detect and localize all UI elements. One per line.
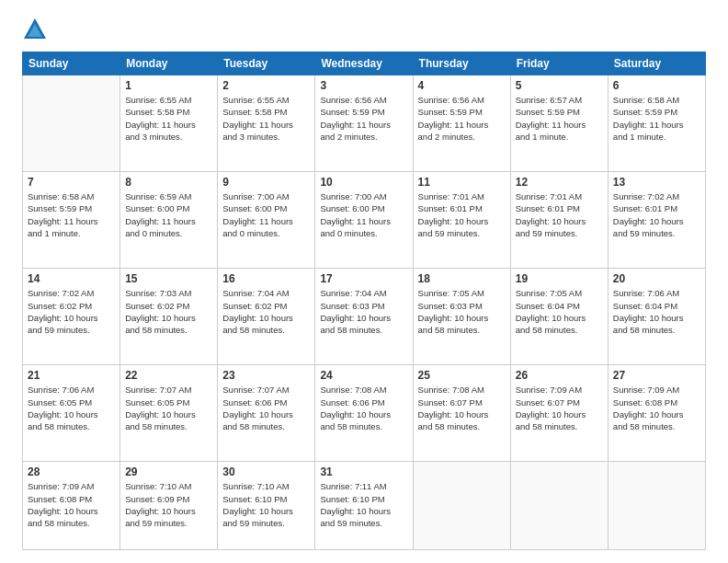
day-info: Sunrise: 7:00 AM Sunset: 6:00 PM Dayligh… (222, 190, 310, 239)
calendar-cell (23, 75, 120, 172)
calendar-cell: 7Sunrise: 6:58 AM Sunset: 5:59 PM Daylig… (23, 172, 120, 269)
day-info: Sunrise: 6:58 AM Sunset: 5:59 PM Dayligh… (613, 94, 700, 143)
day-number: 27 (613, 369, 700, 382)
day-info: Sunrise: 7:06 AM Sunset: 6:05 PM Dayligh… (28, 384, 115, 432)
calendar-cell: 16Sunrise: 7:04 AM Sunset: 6:02 PM Dayli… (218, 269, 315, 365)
day-number: 17 (320, 272, 407, 285)
calendar-cell: 8Sunrise: 6:59 AM Sunset: 6:00 PM Daylig… (120, 172, 218, 269)
day-info: Sunrise: 7:08 AM Sunset: 6:07 PM Dayligh… (418, 384, 506, 432)
day-info: Sunrise: 7:04 AM Sunset: 6:02 PM Dayligh… (222, 287, 310, 336)
day-number: 5 (516, 79, 603, 92)
calendar-cell: 31Sunrise: 7:11 AM Sunset: 6:10 PM Dayli… (315, 462, 413, 550)
day-number: 9 (222, 176, 310, 189)
day-number: 26 (516, 369, 603, 382)
calendar-cell: 27Sunrise: 7:09 AM Sunset: 6:08 PM Dayli… (608, 365, 705, 462)
calendar-cell: 28Sunrise: 7:09 AM Sunset: 6:08 PM Dayli… (23, 462, 120, 550)
calendar-cell: 20Sunrise: 7:06 AM Sunset: 6:04 PM Dayli… (608, 269, 705, 365)
calendar-cell: 22Sunrise: 7:07 AM Sunset: 6:05 PM Dayli… (120, 365, 218, 462)
col-header-sunday: Sunday (23, 52, 120, 75)
day-number: 16 (222, 272, 310, 285)
logo (22, 17, 51, 42)
col-header-monday: Monday (120, 52, 218, 75)
day-number: 4 (418, 79, 506, 92)
day-info: Sunrise: 6:59 AM Sunset: 6:00 PM Dayligh… (125, 190, 212, 239)
day-info: Sunrise: 7:07 AM Sunset: 6:05 PM Dayligh… (125, 384, 212, 432)
calendar-cell: 1Sunrise: 6:55 AM Sunset: 5:58 PM Daylig… (120, 75, 218, 172)
day-info: Sunrise: 7:06 AM Sunset: 6:04 PM Dayligh… (613, 287, 700, 336)
day-number: 19 (516, 272, 603, 285)
day-number: 14 (28, 272, 115, 285)
calendar-cell: 14Sunrise: 7:02 AM Sunset: 6:02 PM Dayli… (23, 269, 120, 365)
page: SundayMondayTuesdayWednesdayThursdayFrid… (0, 0, 728, 563)
calendar-cell: 25Sunrise: 7:08 AM Sunset: 6:07 PM Dayli… (413, 365, 510, 462)
day-info: Sunrise: 6:57 AM Sunset: 5:59 PM Dayligh… (516, 94, 603, 143)
calendar-cell: 15Sunrise: 7:03 AM Sunset: 6:02 PM Dayli… (120, 269, 218, 365)
day-info: Sunrise: 7:09 AM Sunset: 6:07 PM Dayligh… (516, 384, 603, 432)
logo-icon (22, 17, 48, 42)
calendar-cell: 11Sunrise: 7:01 AM Sunset: 6:01 PM Dayli… (413, 172, 510, 269)
calendar-header-row: SundayMondayTuesdayWednesdayThursdayFrid… (23, 52, 706, 75)
calendar-cell: 3Sunrise: 6:56 AM Sunset: 5:59 PM Daylig… (315, 75, 413, 172)
day-number: 15 (125, 272, 212, 285)
calendar-cell: 23Sunrise: 7:07 AM Sunset: 6:06 PM Dayli… (218, 365, 315, 462)
day-number: 22 (125, 369, 212, 382)
day-number: 10 (320, 176, 407, 189)
calendar-cell: 26Sunrise: 7:09 AM Sunset: 6:07 PM Dayli… (510, 365, 608, 462)
calendar-cell: 12Sunrise: 7:01 AM Sunset: 6:01 PM Dayli… (510, 172, 608, 269)
day-number: 18 (418, 272, 506, 285)
calendar-cell: 29Sunrise: 7:10 AM Sunset: 6:09 PM Dayli… (120, 462, 218, 550)
day-number: 24 (320, 369, 407, 382)
day-info: Sunrise: 6:56 AM Sunset: 5:59 PM Dayligh… (320, 94, 407, 143)
calendar-table: SundayMondayTuesdayWednesdayThursdayFrid… (22, 52, 706, 550)
day-info: Sunrise: 7:05 AM Sunset: 6:03 PM Dayligh… (418, 287, 506, 336)
day-info: Sunrise: 7:02 AM Sunset: 6:02 PM Dayligh… (28, 287, 115, 336)
header (22, 17, 706, 42)
calendar-cell: 13Sunrise: 7:02 AM Sunset: 6:01 PM Dayli… (608, 172, 705, 269)
day-number: 25 (418, 369, 506, 382)
calendar-cell: 6Sunrise: 6:58 AM Sunset: 5:59 PM Daylig… (608, 75, 705, 172)
day-info: Sunrise: 7:03 AM Sunset: 6:02 PM Dayligh… (125, 287, 212, 336)
col-header-friday: Friday (510, 52, 608, 75)
day-info: Sunrise: 7:08 AM Sunset: 6:06 PM Dayligh… (320, 384, 407, 432)
calendar-cell: 4Sunrise: 6:56 AM Sunset: 5:59 PM Daylig… (413, 75, 510, 172)
day-number: 2 (222, 79, 310, 92)
day-number: 30 (222, 465, 310, 478)
day-info: Sunrise: 6:56 AM Sunset: 5:59 PM Dayligh… (418, 94, 506, 143)
calendar-cell: 2Sunrise: 6:55 AM Sunset: 5:58 PM Daylig… (218, 75, 315, 172)
day-number: 31 (320, 465, 407, 478)
calendar-cell: 9Sunrise: 7:00 AM Sunset: 6:00 PM Daylig… (218, 172, 315, 269)
calendar-row-4: 21Sunrise: 7:06 AM Sunset: 6:05 PM Dayli… (23, 365, 706, 462)
col-header-thursday: Thursday (413, 52, 510, 75)
calendar-cell: 10Sunrise: 7:00 AM Sunset: 6:00 PM Dayli… (315, 172, 413, 269)
col-header-tuesday: Tuesday (218, 52, 315, 75)
day-number: 6 (613, 79, 700, 92)
calendar-cell: 19Sunrise: 7:05 AM Sunset: 6:04 PM Dayli… (510, 269, 608, 365)
day-info: Sunrise: 7:07 AM Sunset: 6:06 PM Dayligh… (222, 384, 310, 432)
day-info: Sunrise: 7:02 AM Sunset: 6:01 PM Dayligh… (613, 190, 700, 239)
calendar-cell: 30Sunrise: 7:10 AM Sunset: 6:10 PM Dayli… (218, 462, 315, 550)
day-number: 7 (28, 176, 115, 189)
day-number: 28 (28, 465, 115, 478)
day-info: Sunrise: 6:58 AM Sunset: 5:59 PM Dayligh… (28, 190, 115, 239)
day-number: 12 (516, 176, 603, 189)
calendar-cell: 24Sunrise: 7:08 AM Sunset: 6:06 PM Dayli… (315, 365, 413, 462)
day-info: Sunrise: 7:10 AM Sunset: 6:09 PM Dayligh… (125, 480, 212, 529)
calendar-cell (510, 462, 608, 550)
day-number: 8 (125, 176, 212, 189)
day-number: 20 (613, 272, 700, 285)
day-info: Sunrise: 7:00 AM Sunset: 6:00 PM Dayligh… (320, 190, 407, 239)
day-info: Sunrise: 6:55 AM Sunset: 5:58 PM Dayligh… (222, 94, 310, 143)
day-number: 13 (613, 176, 700, 189)
day-number: 3 (320, 79, 407, 92)
day-number: 23 (222, 369, 310, 382)
day-info: Sunrise: 7:11 AM Sunset: 6:10 PM Dayligh… (320, 480, 407, 529)
col-header-saturday: Saturday (608, 52, 705, 75)
day-number: 29 (125, 465, 212, 478)
calendar-cell (413, 462, 510, 550)
col-header-wednesday: Wednesday (315, 52, 413, 75)
calendar-cell: 21Sunrise: 7:06 AM Sunset: 6:05 PM Dayli… (23, 365, 120, 462)
day-info: Sunrise: 7:09 AM Sunset: 6:08 PM Dayligh… (28, 480, 115, 529)
calendar-cell: 18Sunrise: 7:05 AM Sunset: 6:03 PM Dayli… (413, 269, 510, 365)
day-info: Sunrise: 7:01 AM Sunset: 6:01 PM Dayligh… (418, 190, 506, 239)
calendar-row-3: 14Sunrise: 7:02 AM Sunset: 6:02 PM Dayli… (23, 269, 706, 365)
